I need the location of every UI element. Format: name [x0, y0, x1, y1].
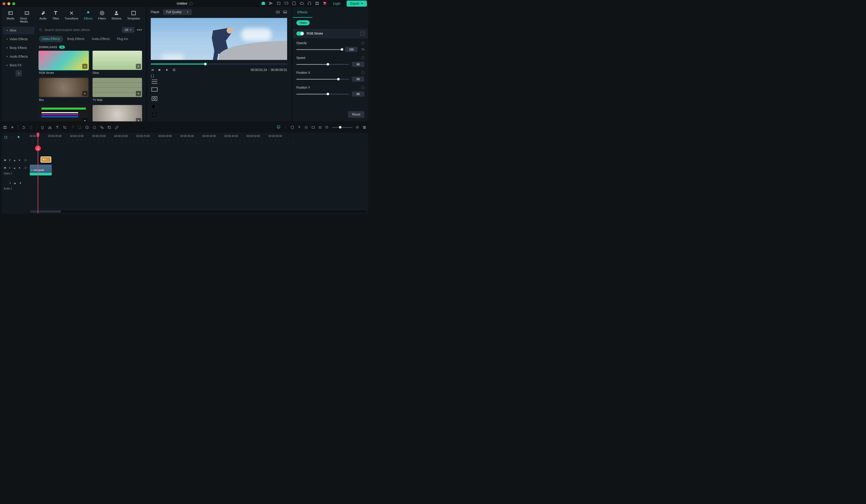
add-track-icon[interactable] — [4, 136, 8, 139]
sub-tab-audio-effects[interactable]: Audio Effects — [88, 36, 113, 42]
compare-icon[interactable] — [276, 10, 280, 14]
filter-all-dropdown[interactable]: All — [122, 27, 134, 33]
play-icon[interactable] — [165, 68, 169, 72]
screen-icon[interactable] — [284, 1, 288, 6]
redo-icon[interactable] — [29, 126, 33, 129]
undo-icon[interactable] — [22, 126, 26, 129]
group-icon[interactable] — [100, 126, 104, 129]
list-icon[interactable] — [151, 78, 158, 85]
video-preview[interactable] — [151, 18, 287, 60]
effect-card-blur[interactable]: +Blur — [39, 78, 88, 101]
tab-filters[interactable]: Filters — [96, 9, 108, 24]
playback-progress[interactable] — [151, 64, 287, 65]
window-close[interactable] — [2, 2, 5, 5]
prop-value[interactable]: 60 — [352, 91, 364, 96]
sub-tab-body-effects[interactable]: Body Effects — [64, 36, 87, 42]
cut-icon[interactable] — [48, 126, 52, 129]
add-effect-button[interactable]: + — [82, 118, 87, 122]
mark-in-icon[interactable]: { — [151, 74, 152, 78]
tab-transitions[interactable]: Transitions — [63, 9, 80, 24]
delete-icon[interactable] — [41, 126, 44, 129]
stop-icon[interactable] — [172, 68, 176, 72]
gift-icon[interactable] — [261, 1, 265, 6]
mark-icon[interactable] — [78, 126, 81, 129]
prop-slider[interactable] — [296, 94, 349, 94]
effect-card-rgb-stroke[interactable]: +RGB Stroke — [39, 51, 88, 74]
video-clip[interactable]: user guide — [30, 165, 52, 175]
prop-value[interactable]: 100 — [345, 47, 357, 52]
playhead[interactable] — [38, 133, 38, 214]
layout-icon[interactable] — [363, 126, 366, 129]
crop-icon[interactable] — [63, 126, 67, 129]
prop-value[interactable]: 80 — [352, 77, 364, 82]
sidebar-item-body-effects[interactable]: Body Effects — [3, 44, 34, 52]
shield-icon[interactable] — [290, 126, 294, 129]
window-minimize[interactable] — [8, 2, 10, 5]
sub-tab-plug-ins[interactable]: Plug-ins — [114, 36, 131, 42]
effect-clip[interactable]: R... — [41, 157, 51, 163]
mute-icon[interactable] — [19, 159, 22, 162]
reset-prop-icon[interactable] — [361, 71, 364, 74]
lock-icon[interactable] — [13, 159, 16, 162]
tab-media[interactable]: Media — [4, 9, 16, 24]
add-effect-button[interactable]: + — [136, 64, 141, 69]
quality-dropdown[interactable]: Full Quality — [163, 9, 192, 15]
export-button[interactable]: Export — [347, 0, 367, 7]
video-track-icon[interactable] — [3, 166, 7, 170]
eraser-icon[interactable] — [115, 126, 119, 129]
sidebar-item-boris-fx[interactable]: Boris FX — [3, 61, 34, 69]
snapshot-icon[interactable] — [151, 94, 158, 102]
add-effect-button[interactable]: + — [136, 91, 141, 96]
more-menu[interactable]: ••• — [137, 28, 142, 32]
effect-track-icon[interactable] — [3, 159, 7, 162]
reset-prop-icon[interactable] — [361, 42, 364, 45]
mute-icon[interactable] — [19, 166, 22, 170]
search-input[interactable] — [45, 28, 120, 32]
prop-value[interactable]: 60 — [352, 62, 364, 67]
effect-card-tv-wall[interactable]: +TV Wall — [92, 78, 142, 101]
pointer-tool-icon[interactable] — [11, 126, 14, 129]
frame-icon[interactable] — [311, 126, 315, 129]
sidebar-item-audio-effects[interactable]: Audio Effects — [3, 53, 34, 60]
zoom-in-icon[interactable] — [356, 126, 359, 129]
zoom-slider[interactable] — [332, 127, 353, 128]
timeline-scrollbar[interactable] — [30, 210, 367, 213]
eye-icon[interactable] — [24, 159, 27, 162]
audio-track-icon[interactable] — [3, 181, 7, 185]
link-icon[interactable] — [70, 126, 74, 129]
login-button[interactable]: Login — [331, 1, 343, 7]
reset-prop-icon[interactable] — [361, 86, 364, 89]
effect-card-glow[interactable]: +Glow — [92, 51, 142, 74]
tab-stickers[interactable]: Stickers — [110, 9, 124, 24]
picture-icon[interactable] — [283, 10, 287, 14]
timeline-ruler[interactable]: 00:0000:00:05:0000:00:10:0000:00:15:0000… — [29, 133, 368, 142]
smart-icon[interactable] — [277, 125, 280, 129]
mic-icon[interactable] — [297, 126, 301, 129]
display-icon[interactable] — [151, 86, 158, 93]
mark-out-icon[interactable]: } — [153, 74, 154, 78]
effect-card-unnamed[interactable]: + — [92, 105, 142, 122]
magnet-icon[interactable] — [17, 136, 20, 139]
sub-tab-video-effects[interactable]: Video Effects — [39, 36, 63, 42]
cart-icon[interactable] — [323, 1, 327, 6]
send-icon[interactable] — [269, 1, 273, 6]
tab-stock-media[interactable]: Stock Media — [18, 9, 36, 24]
window-maximize[interactable] — [12, 2, 15, 5]
tab-audio[interactable]: Audio — [37, 9, 49, 24]
prop-slider[interactable] — [296, 64, 349, 65]
headphones-icon[interactable] — [307, 1, 311, 6]
prop-slider[interactable] — [296, 79, 349, 80]
sidebar-item-video-effects[interactable]: Video Effects — [3, 35, 34, 43]
snap-icon[interactable] — [23, 136, 26, 139]
media-icon[interactable] — [277, 1, 281, 6]
effects-tab[interactable]: Effects — [293, 7, 312, 18]
effect-toggle[interactable] — [296, 32, 304, 36]
eye-icon[interactable] — [24, 166, 27, 170]
mixer-icon[interactable] — [304, 126, 308, 129]
add-effect-button[interactable]: + — [136, 118, 141, 122]
collapse-sidebar[interactable] — [16, 70, 22, 76]
lock-icon[interactable] — [13, 181, 16, 185]
expand-icon[interactable] — [361, 32, 364, 35]
tab-templates[interactable]: Templates — [125, 9, 142, 24]
add-effect-button[interactable]: + — [82, 91, 87, 96]
